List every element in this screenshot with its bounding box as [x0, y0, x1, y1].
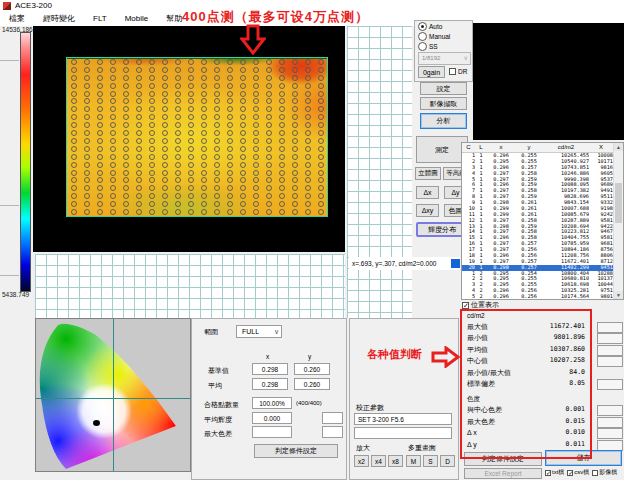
measure-point	[305, 75, 311, 81]
export-option-csv檔[interactable]: ✓csv檔	[567, 468, 589, 477]
multi-S-button[interactable]: S	[423, 455, 438, 467]
measure-point	[227, 177, 233, 183]
average-luminance-aux-field[interactable]	[322, 412, 343, 424]
measure-point	[201, 146, 207, 152]
zoom-x4-button[interactable]: x4	[371, 455, 386, 467]
judge-condition-button[interactable]: 判定條件設定	[464, 452, 542, 466]
measure-point	[162, 162, 168, 168]
table-row[interactable]: 520.2960.25610174.5649801	[462, 294, 614, 299]
measure-point	[227, 154, 233, 160]
cie-chromaticity-panel[interactable]	[35, 318, 191, 472]
menu-item-Mobile[interactable]: Mobile	[116, 12, 158, 26]
result-limit-box[interactable]	[597, 428, 623, 439]
measure-point	[292, 146, 298, 152]
scroll-up-icon[interactable]: ▲	[614, 143, 623, 151]
measure-point	[292, 138, 298, 144]
result-limit-box[interactable]	[597, 356, 623, 367]
table-scrollbar[interactable]: ▲ ▼	[613, 143, 623, 299]
result-value: 0.015	[565, 416, 585, 427]
position-display-checkbox[interactable]: ✓ 位置表示	[462, 300, 499, 310]
zoom-x8-button[interactable]: x8	[388, 455, 403, 467]
result-limit-box[interactable]	[597, 405, 623, 416]
result-limit-box[interactable]	[597, 333, 623, 344]
multi-M-button[interactable]: M	[406, 455, 421, 467]
measure-point	[201, 170, 207, 176]
radio-Auto[interactable]: Auto	[418, 22, 472, 31]
measure-point	[84, 75, 90, 81]
reference-y-field[interactable]: 0.260	[294, 363, 330, 375]
scroll-down-icon[interactable]: ▼	[614, 291, 623, 299]
measure-point	[214, 106, 220, 112]
max-color-diff-aux-field[interactable]	[322, 426, 343, 438]
scale-min-label: 5438.749	[2, 291, 29, 298]
menu-item-經時變化[interactable]: 經時變化	[34, 12, 84, 26]
heatmap-measure-area[interactable]	[66, 57, 328, 217]
average-x-field[interactable]: 0.298	[252, 378, 288, 390]
menu-item-檔案[interactable]: 檔案	[0, 12, 34, 26]
measure-point	[214, 83, 220, 89]
measure-point	[136, 146, 142, 152]
multi-D-button[interactable]: D	[440, 455, 455, 467]
measure-point	[84, 106, 90, 112]
menu-item-FLT[interactable]: FLT	[84, 12, 116, 26]
measure-point	[292, 209, 298, 215]
measurement-table[interactable]: CLxycd/m2X 110.2960.25510265.45510008210…	[461, 142, 624, 300]
delta-xy-button[interactable]: Δxy	[416, 204, 439, 217]
measure-point	[227, 193, 233, 199]
zoom-x2-button[interactable]: x2	[354, 455, 369, 467]
result-row: 標準偏差8.05	[461, 378, 587, 389]
excel-report-button[interactable]: Excel Report	[464, 468, 542, 479]
grid-paper-bottom	[35, 254, 345, 318]
stereo-graph-button[interactable]: 立體圖	[415, 167, 441, 180]
measure-point	[253, 91, 259, 97]
settings-button[interactable]: 設定	[420, 82, 467, 95]
gain-button[interactable]: 0gain	[418, 66, 445, 78]
margin-divider	[0, 60, 19, 61]
average-luminance-field[interactable]: 0.000	[252, 412, 292, 424]
col-header-L: L	[475, 143, 487, 152]
judge-condition-button-2[interactable]: 判定條件設定	[254, 444, 338, 458]
range-select[interactable]: FULL ∨	[236, 325, 282, 338]
export-option-txt檔[interactable]: ✓txt檔	[545, 468, 564, 477]
measure-point	[305, 138, 311, 144]
result-limit-box[interactable]	[597, 417, 623, 428]
cie-crosshair-horizontal	[36, 398, 190, 399]
image-capture-button[interactable]: 影像擷取	[420, 97, 467, 110]
measure-point	[97, 83, 103, 89]
table-body[interactable]: 110.2960.25510265.45510008210.2950.25510…	[462, 153, 614, 299]
result-limit-box[interactable]	[597, 345, 623, 356]
delta-x-button[interactable]: Δx	[416, 186, 439, 199]
result-row: 中心值10207.258	[461, 355, 587, 366]
measure-point	[175, 146, 181, 152]
measure-point	[188, 177, 194, 183]
checkbox-icon	[592, 470, 598, 476]
analyze-button[interactable]: 分析	[420, 113, 467, 129]
measure-point	[188, 122, 194, 128]
max-color-diff-field[interactable]	[252, 426, 292, 438]
radio-Manual[interactable]: Manual	[418, 32, 472, 41]
result-limit-box[interactable]	[597, 322, 623, 333]
measure-point	[253, 201, 259, 207]
measure-point	[201, 91, 207, 97]
measure-point	[97, 91, 103, 97]
measure-point	[227, 91, 233, 97]
measure-point	[71, 209, 77, 215]
app-icon	[3, 2, 11, 10]
scrollbar-thumb[interactable]	[615, 183, 622, 223]
shutter-select[interactable]: 1/8192 ∨	[418, 52, 471, 65]
radio-SS[interactable]: SS	[418, 42, 472, 51]
measure-point	[279, 75, 285, 81]
result-limit-box[interactable]	[597, 440, 623, 451]
dr-checkbox[interactable]: DR	[449, 68, 467, 75]
result-limit-box[interactable]	[597, 379, 623, 390]
export-option-影像檔[interactable]: 影像檔	[592, 468, 617, 477]
calibration-preset-field[interactable]: SET 3-200 F5.6	[354, 413, 452, 425]
measure-point	[110, 67, 116, 73]
measure-point	[97, 106, 103, 112]
measure-point	[227, 75, 233, 81]
save-button[interactable]: 儲存	[545, 450, 622, 466]
average-y-field[interactable]: 0.260	[294, 378, 330, 390]
reference-x-field[interactable]: 0.298	[252, 363, 288, 375]
calibration-extra-field[interactable]	[354, 427, 452, 439]
measure-point	[162, 83, 168, 89]
